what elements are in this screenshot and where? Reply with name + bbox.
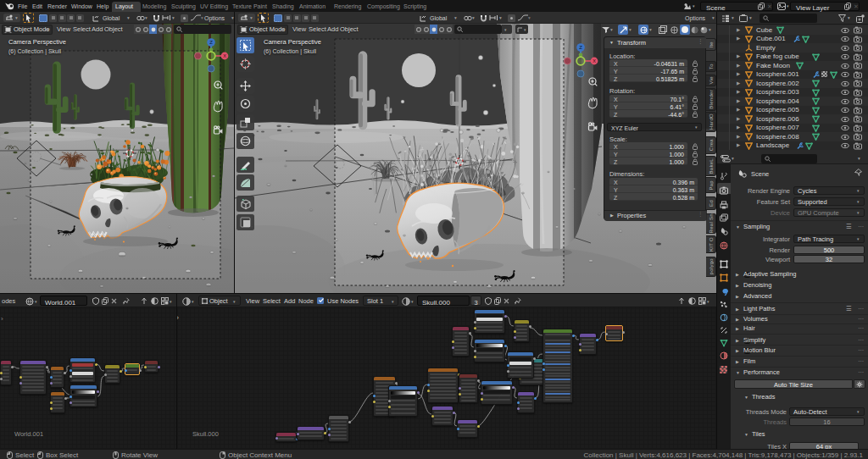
svg-text:X: X: [593, 58, 596, 64]
svg-text:Z: Z: [209, 40, 213, 45]
svg-text:X: X: [223, 53, 226, 58]
svg-text:Z: Z: [579, 45, 582, 50]
